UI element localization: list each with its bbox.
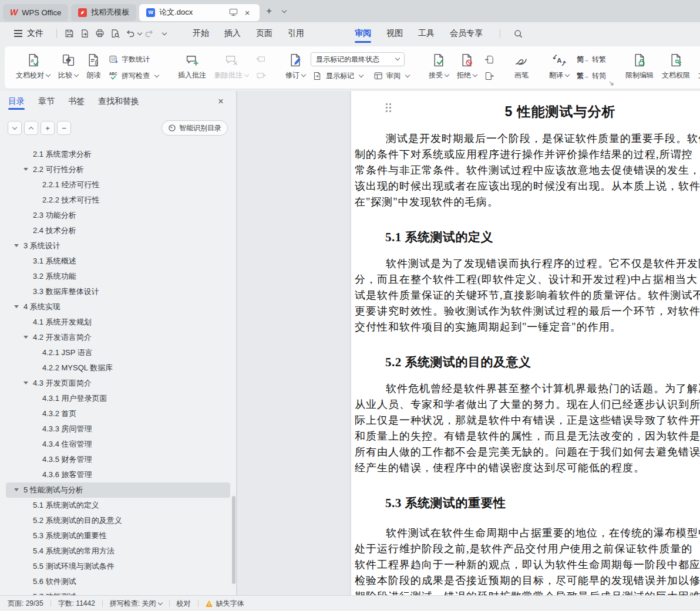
read-aloud-button[interactable]: 朗读 (82, 50, 105, 82)
paragraph-drag-handle-icon[interactable] (386, 103, 388, 112)
toc-item[interactable]: 4.3.5 财务管理 (6, 452, 230, 467)
collapse-all-button[interactable] (24, 121, 38, 135)
collapse-arrow-icon[interactable] (23, 168, 28, 171)
section-heading[interactable]: 5.3 系统测试的重要性 (385, 495, 700, 511)
toc-item[interactable]: 2.2.1 经济可行性 (6, 177, 230, 193)
toc-item[interactable]: 3.1 系统概述 (6, 254, 230, 269)
print-button[interactable] (93, 26, 107, 40)
previous-comment-button[interactable] (254, 52, 268, 66)
close-document-icon[interactable]: × (242, 7, 253, 18)
toc-item[interactable]: 4.2 开发语言简介 (6, 330, 230, 345)
toc-item[interactable]: 5.1 系统测试的定义 (6, 498, 230, 513)
tab-insert[interactable]: 插入 (217, 22, 248, 45)
markup-state-select[interactable]: 显示标记的最终状态 (311, 52, 405, 66)
sidebar-tab-toc[interactable]: 目录 (8, 91, 25, 112)
toc-item[interactable]: 5.6 软件测试 (6, 574, 230, 589)
paragraph-line[interactable]: 分，而且在整个软件工程(即软件定义、设计和开发过程)中占据相当大 (355, 272, 700, 288)
toc-item[interactable]: 2.2.2 技术可行性 (6, 193, 230, 208)
paragraph-line[interactable]: 软件测试在软件生命周期中占据重要的地位，在传统的瀑布模型中 (386, 525, 700, 541)
collapse-arrow-icon[interactable] (14, 244, 19, 247)
toc-item[interactable]: 5 性能测试与分析 (6, 482, 230, 498)
toc-item[interactable]: 4.1 系统开发规划 (6, 315, 230, 330)
paragraph-line[interactable]: 所有由人做的工作都不会是完美无缺的。问题在于我们如何去避免错误 (355, 444, 700, 460)
sidebar-tab-chapters[interactable]: 章节 (38, 91, 55, 112)
tab-reference[interactable]: 引用 (280, 22, 312, 45)
tab-start[interactable]: 开始 (185, 22, 217, 45)
toc-item[interactable]: 5.5 测试环境与测试条件 (6, 559, 230, 574)
paragraph-line[interactable]: 软件工程界趋向于一种新的观点，即认为软件生命周期每一阶段中都应 (355, 557, 700, 573)
toc-item[interactable]: 5.4 系统测试的常用方法 (6, 544, 230, 559)
toc-item[interactable]: 2.1 系统需求分析 (6, 147, 230, 162)
collapse-arrow-icon[interactable] (23, 336, 28, 339)
tab-member[interactable]: 会员专享 (442, 22, 490, 45)
next-comment-button[interactable] (254, 69, 268, 83)
tab-tools[interactable]: 工具 (410, 22, 442, 45)
close-sidebar-icon[interactable]: × (215, 96, 227, 107)
collapse-arrow-icon[interactable] (14, 488, 19, 491)
next-change-button[interactable] (482, 69, 497, 83)
toc-item[interactable]: 4.3.3 房间管理 (6, 421, 230, 437)
previous-change-button[interactable] (482, 52, 497, 66)
paragraph-line[interactable]: 从业人员、专家和学者做出了大量的努力。现在人们已经逐步认识到所 (355, 397, 700, 413)
paragraph-line[interactable]: 制的条件下对系统或应用程序进行操作并评价操作结果的过程,所谓控 (355, 147, 700, 163)
paragraph-line[interactable]: 际上仅是一种状况，那就是软件中有错误，正是这些错误导致了软件开 (355, 413, 700, 428)
toc-item[interactable]: 4.2.1 JSP 语言 (6, 345, 230, 360)
document-page[interactable]: 5 性能测试与分析 测试是开发时期最后一个阶段，是保证软件质量的重要手段。软件制… (351, 91, 700, 595)
reject-change-button[interactable]: 拒绝 (453, 50, 481, 82)
spell-check-status[interactable]: 拼写检查: 关闭 (103, 599, 169, 609)
toc-item[interactable]: 3.3 数据库整体设计 (6, 284, 230, 299)
ink-brush-button[interactable]: 画笔 (510, 50, 533, 82)
toc-item[interactable]: 2.3 功能分析 (6, 208, 230, 223)
toc-item[interactable]: 4.3.6 旅客管理 (6, 467, 230, 482)
toc-item[interactable]: 2.4 技术分析 (6, 223, 230, 238)
restrict-editing-button[interactable]: 限制编辑 (621, 50, 658, 82)
translate-button[interactable]: A 翻译 (545, 50, 573, 82)
zoom-out-outline-button[interactable]: − (57, 121, 71, 135)
print-preview-button[interactable] (108, 26, 122, 40)
collapse-arrow-icon[interactable] (14, 305, 19, 308)
section-heading[interactable]: 5.2 系统测试的目的及意义 (385, 355, 700, 370)
show-markup-button[interactable]: 显示标记 (311, 69, 365, 83)
paragraph-line[interactable]: 试是软件质量保证的关键环节,直接影响着软件的质量评估。软件测试不 (355, 288, 700, 303)
expand-all-button[interactable] (8, 121, 22, 135)
missing-font-warning[interactable]: ! 缺失字体 (198, 599, 251, 609)
undo-dropdown-icon[interactable] (137, 30, 142, 35)
delete-comment-button[interactable]: 删除批注 (210, 50, 253, 82)
toc-item[interactable]: 5.2 系统测试的目的及意义 (6, 513, 230, 528)
doc-proofread-button[interactable]: a 文档校对 (12, 50, 54, 82)
paragraph-line[interactable]: 在"探测"中发现软件的毛病。 (355, 194, 700, 210)
paragraph-line[interactable]: 和质量上的失控。有错是软件的属性，而且是无法改变的，因为软件是 (355, 428, 700, 444)
paragraph-line[interactable]: 常条件与非正常条件。软件测试过程中应该故意地去促使错误的发生， (355, 163, 700, 178)
paragraph-line[interactable]: 检验本阶段的成果是否接近预期的目标，尽可能早的发现错误并加以修 (355, 573, 700, 589)
redo-button[interactable] (142, 26, 156, 40)
new-tab-button[interactable]: + (262, 4, 276, 18)
save-button[interactable] (62, 26, 76, 40)
insert-comment-button[interactable]: 插入批注 (174, 50, 210, 82)
proofread-status[interactable]: 校对 (170, 599, 198, 609)
paragraph-line[interactable]: 期阶段进行测试，错误的延时扩散常常会导致最后成品测试的巨大困难 (355, 589, 700, 595)
tab-view[interactable]: 视图 (379, 22, 410, 45)
compare-button[interactable]: 比较 (54, 50, 82, 82)
tab-document[interactable]: W 论文.docx × (139, 4, 260, 21)
tab-list-chevron-icon[interactable] (277, 4, 291, 18)
tab-page[interactable]: 页面 (248, 22, 280, 45)
smart-toc-button[interactable]: 智能识别目录 (161, 120, 228, 136)
toc-item[interactable]: 4.3.2 首页 (6, 406, 230, 421)
zoom-in-outline-button[interactable]: + (41, 121, 55, 135)
chapter-title[interactable]: 5 性能测试与分析 (355, 103, 700, 120)
word-count-indicator[interactable]: 字数: 11442 (51, 599, 102, 609)
simplified-to-traditional-button[interactable]: 简→ 转繁 (574, 52, 608, 66)
paragraph-line[interactable]: 更要讲究时效性。验收测试作为软件测试过程的最后一个环节，对软件 (355, 303, 700, 319)
track-changes-button[interactable]: 修订 (281, 50, 309, 82)
paragraph-line[interactable]: 经产生的错误，使程序中的错误密度达到尽可能低的程度。 (355, 460, 700, 476)
tab-review[interactable]: 审阅 (347, 22, 379, 45)
export-pdf-button[interactable] (78, 26, 92, 40)
undo-button[interactable] (123, 26, 137, 40)
paragraph-line[interactable]: 该出现的时候出现或者在应该出现的时候没有出现。从本质上说，软件 (355, 178, 700, 194)
toc-item[interactable]: 5.3 系统测试的重要性 (6, 528, 230, 544)
spell-check-button[interactable]: ABC 拼写检查 (106, 69, 161, 83)
toc-item[interactable]: 4 系统实现 (6, 299, 230, 315)
toc-item[interactable]: 3.2 系统功能 (6, 269, 230, 284)
traditional-to-simplified-button[interactable]: 繁→ 转简 (574, 69, 608, 83)
word-count-button[interactable]: 12 字数统计 (106, 52, 161, 66)
